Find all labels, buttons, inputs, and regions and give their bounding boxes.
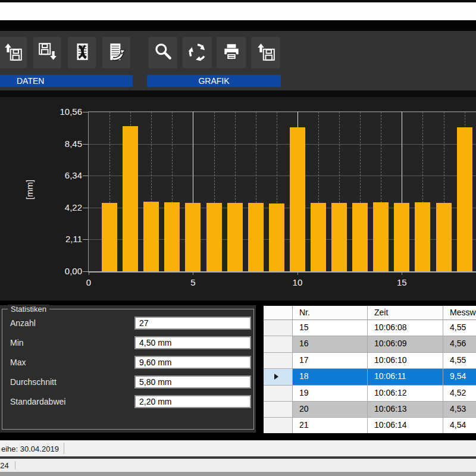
refresh-button[interactable]: [183, 37, 212, 68]
y-tick-label: 0,00: [49, 266, 82, 276]
status-separator: [15, 461, 15, 469]
cell-nr[interactable]: 19: [293, 386, 368, 402]
durchschnitt-label: Durchschnitt: [10, 377, 57, 387]
document-delete-icon: [72, 42, 92, 64]
window-bottom-edge: [0, 472, 476, 476]
cell-zeit[interactable]: 10:06:14: [368, 418, 443, 433]
cell-nr[interactable]: 15: [293, 320, 368, 336]
y-tick-label: 2,11: [49, 234, 82, 244]
y-tick-mark: [83, 144, 88, 145]
cell-messwert[interactable]: 9,54: [443, 369, 476, 385]
cell-zeit[interactable]: 10:06:09: [368, 336, 443, 352]
chart-bar: [331, 203, 347, 271]
cell-nr[interactable]: 21: [293, 418, 368, 433]
stat-row-anzahl: Anzahl: [2, 317, 253, 330]
row-selector-cell[interactable]: [264, 336, 293, 352]
stat-row-max: Max: [2, 356, 253, 369]
cell-zeit[interactable]: 10:06:08: [368, 320, 443, 336]
floppy-up-icon: [3, 42, 23, 64]
cell-messwert[interactable]: 4,55: [443, 320, 476, 336]
cell-nr[interactable]: 16: [293, 336, 368, 352]
min-label: Min: [10, 338, 24, 347]
bottom-section: Statistiken Anzahl Min Max Durchschnitt: [0, 300, 476, 439]
stat-row-min: Min: [2, 336, 253, 349]
row-selector-cell[interactable]: [264, 402, 293, 418]
toolbar-group-daten-label: DATEN: [17, 75, 44, 87]
row-selector-cell[interactable]: [264, 386, 293, 402]
chart-bar: [269, 203, 284, 271]
y-tick-mark: [83, 208, 88, 208]
durchschnitt-field[interactable]: [134, 375, 251, 389]
column-header-messwert[interactable]: Messwert: [443, 306, 476, 320]
y-tick-label: 4,22: [49, 202, 82, 212]
toolbar-group-grafik: GRAFIK: [147, 75, 281, 87]
measurement-table: Nr. Zeit Messwert 1510:06:084,551610:06:…: [264, 306, 476, 433]
column-header-nr[interactable]: Nr.: [293, 306, 368, 320]
table-row[interactable]: 2110:06:144,54: [264, 418, 476, 433]
cell-messwert[interactable]: 4,56: [443, 336, 476, 352]
cell-zeit[interactable]: 10:06:11: [368, 369, 443, 385]
zoom-button[interactable]: [148, 37, 177, 68]
y-axis-title: [mm]: [24, 178, 35, 202]
table-body: 1510:06:084,551610:06:094,561710:06:104,…: [264, 320, 476, 433]
cell-zeit[interactable]: 10:06:13: [368, 402, 443, 418]
anzahl-label: Anzahl: [10, 318, 36, 328]
cell-nr[interactable]: 17: [293, 353, 368, 369]
cell-zeit[interactable]: 10:06:10: [368, 353, 443, 369]
chart-bar: [227, 203, 243, 271]
x-tick-mark: [402, 272, 402, 275]
stat-row-standardabwei: Standardabwei: [2, 395, 253, 408]
floppy-down-icon: [37, 42, 58, 64]
standardabwei-field[interactable]: [134, 395, 251, 408]
document-export-icon: [107, 42, 127, 64]
open-data-button[interactable]: [0, 37, 27, 68]
y-tick-mark: [83, 176, 88, 176]
chart-bar: [185, 203, 201, 271]
statistics-title: Statistiken: [8, 305, 49, 314]
export-data-button[interactable]: [102, 37, 130, 68]
anzahl-field[interactable]: [134, 317, 251, 330]
row-selector-cell[interactable]: [264, 320, 293, 336]
chart-bar: [248, 203, 264, 271]
cell-nr[interactable]: 18: [293, 369, 368, 385]
min-field[interactable]: [134, 336, 251, 349]
table-row[interactable]: 1710:06:104,55: [264, 353, 476, 369]
y-tick-mark: [83, 112, 88, 112]
chart-bar: [206, 203, 222, 271]
chart-bar: [373, 202, 389, 271]
max-field[interactable]: [134, 356, 251, 369]
save-data-button[interactable]: [33, 37, 61, 68]
status-bar-2: 424: [0, 459, 476, 472]
cell-messwert[interactable]: 4,53: [443, 402, 476, 418]
table-row[interactable]: 1510:06:084,55: [264, 320, 476, 336]
chart-bar: [164, 202, 180, 271]
separator-strip: [0, 90, 476, 97]
chart-bar: [352, 203, 368, 271]
chart-bar: [143, 202, 159, 271]
row-selector-cell[interactable]: [264, 353, 293, 369]
stat-row-durchschnitt: Durchschnitt: [2, 375, 253, 389]
delete-data-button[interactable]: [68, 37, 96, 68]
row-selector-cell[interactable]: [264, 369, 293, 385]
status-bar-1: eihe: 30.04.2019: [0, 440, 476, 456]
x-tick-label: 15: [390, 277, 414, 287]
gridline-horizontal: [89, 112, 476, 112]
column-header-zeit[interactable]: Zeit: [368, 306, 443, 320]
cell-messwert[interactable]: 4,54: [443, 418, 476, 433]
title-bar: [0, 2, 476, 21]
row-selector-cell[interactable]: [264, 418, 293, 433]
print-button[interactable]: [217, 37, 246, 68]
app-window: DATEN GRAFIK [mm] 0,002,114,226,348,4510…: [0, 0, 476, 476]
cell-nr[interactable]: 20: [293, 402, 368, 418]
table-row[interactable]: 1610:06:094,56: [264, 336, 476, 352]
max-label: Max: [10, 358, 26, 367]
table-row[interactable]: 2010:06:134,53: [264, 402, 476, 418]
x-tick-label: 10: [286, 277, 309, 287]
table-row[interactable]: 1910:06:124,52: [264, 386, 476, 402]
selected-row-arrow-icon: [274, 374, 278, 380]
cell-messwert[interactable]: 4,55: [443, 353, 476, 369]
table-row[interactable]: 1810:06:119,54: [264, 369, 476, 385]
cell-zeit[interactable]: 10:06:12: [368, 386, 443, 402]
cell-messwert[interactable]: 4,52: [443, 386, 476, 402]
save-graphic-button[interactable]: [251, 37, 280, 68]
